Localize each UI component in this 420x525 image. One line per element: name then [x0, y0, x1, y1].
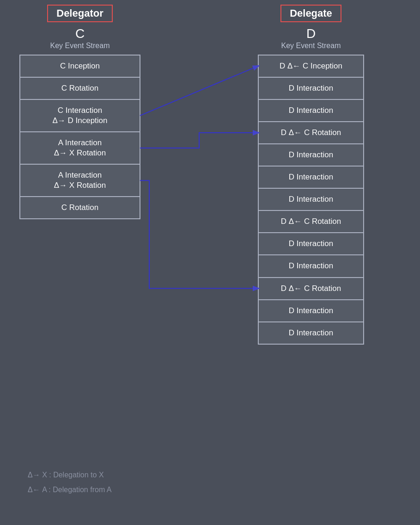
- delegate-event-d-delta-c-rotation-3: D Δ← C Rotation: [258, 278, 364, 300]
- delegator-event-group: C Inception C Rotation C InteractionΔ→ D…: [19, 55, 140, 220]
- delegator-subtitle: Key Event Stream: [19, 42, 140, 50]
- delegator-event-c-interaction-inception: C InteractionΔ→ D Inception: [20, 99, 140, 132]
- delegate-event-d-interaction-8: D Interaction: [258, 300, 364, 322]
- delegate-event-d-interaction-3: D Interaction: [258, 144, 364, 166]
- delegate-event-d-delta-c-rotation-2: D Δ← C Rotation: [258, 210, 364, 233]
- delegate-event-d-interaction-7: D Interaction: [258, 255, 364, 277]
- delegate-column: Delegate D Key Event Stream D Δ← C Incep…: [258, 5, 364, 345]
- legend-line1: Δ→ X : Delegation to X: [28, 468, 111, 482]
- legend-line2: Δ← A : Delegation from A: [28, 482, 111, 497]
- delegator-event-c-inception: C Inception: [20, 55, 140, 77]
- delegate-event-d-interaction-5: D Interaction: [258, 188, 364, 210]
- delegate-event-d-interaction-6: D Interaction: [258, 233, 364, 255]
- delegator-column: Delegator C Key Event Stream C Inception…: [19, 5, 140, 219]
- delegate-event-d-interaction-9: D Interaction: [258, 322, 364, 344]
- delegate-event-group: D Δ← C Inception D Interaction D Interac…: [258, 55, 364, 345]
- delegate-event-d-interaction-4: D Interaction: [258, 166, 364, 188]
- delegate-event-d-delta-c-rotation-1: D Δ← C Rotation: [258, 122, 364, 144]
- legend: Δ→ X : Delegation to X Δ← A : Delegation…: [28, 468, 111, 497]
- delegate-event-d-interaction-1: D Interaction: [258, 77, 364, 99]
- diagram-container: Delegator C Key Event Stream C Inception…: [0, 0, 420, 525]
- delegator-event-c-rotation-2: C Rotation: [20, 197, 140, 219]
- delegate-event-d-interaction-2: D Interaction: [258, 99, 364, 122]
- delegator-event-c-rotation-1: C Rotation: [20, 77, 140, 99]
- delegator-letter: C: [19, 26, 140, 42]
- delegator-badge: Delegator: [19, 5, 140, 26]
- delegate-event-d-delta-c-inception: D Δ← C Inception: [258, 55, 364, 77]
- delegate-letter: D: [258, 26, 364, 42]
- delegator-event-a-interaction-rotation-2: A InteractionΔ→ X Rotation: [20, 164, 140, 197]
- delegate-badge: Delegate: [258, 5, 364, 26]
- delegator-event-a-interaction-rotation-1: A InteractionΔ→ X Rotation: [20, 132, 140, 164]
- svg-line-0: [140, 66, 258, 116]
- delegate-subtitle: Key Event Stream: [258, 42, 364, 50]
